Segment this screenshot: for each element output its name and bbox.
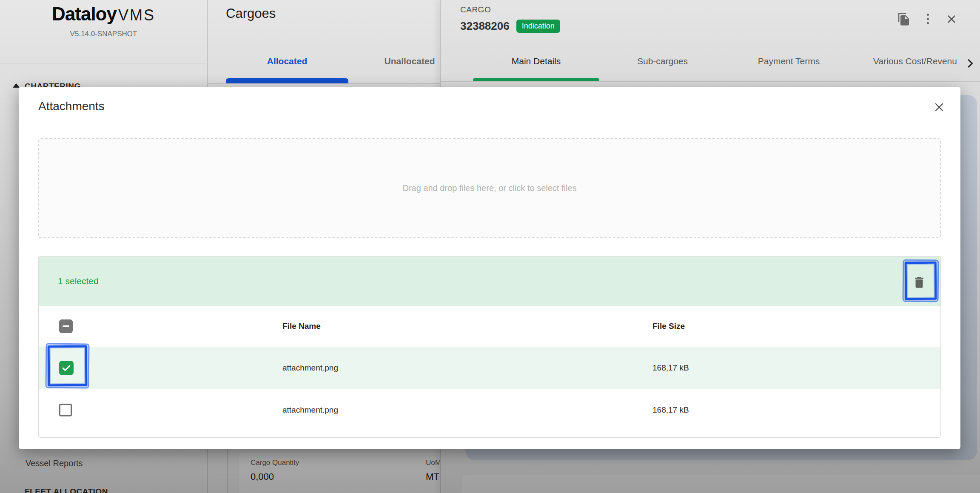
delete-selected-attachments-button[interactable] (911, 274, 928, 291)
close-modal-icon[interactable] (932, 100, 946, 116)
column-header-file-name: File Name (282, 322, 652, 331)
file-dropzone[interactable]: Drag and drop files here, or click to se… (38, 138, 941, 238)
file-size-cell: 168,17 kB (652, 363, 940, 373)
row-2-checkbox[interactable] (59, 404, 72, 416)
attachments-modal: Attachments Drag and drop files here, or… (19, 87, 960, 449)
table-row[interactable]: attachment.png 168,17 kB (39, 389, 940, 430)
select-all-checkbox[interactable] (59, 319, 73, 333)
file-size-cell: 168,17 kB (652, 405, 940, 415)
attachments-table-container: 1 selected File Name File Size atta (38, 256, 941, 438)
app-root: DataloyVMS V5.14.0-SNAPSHOT CHARTERING V… (0, 0, 980, 493)
column-header-file-size: File Size (652, 322, 940, 331)
dropzone-text: Drag and drop files here, or click to se… (402, 183, 576, 193)
file-name-cell: attachment.png (282, 363, 652, 373)
trash-icon (912, 275, 926, 290)
selection-count: 1 selected (58, 256, 99, 306)
file-name-cell: attachment.png (282, 405, 652, 415)
selection-bar: 1 selected (39, 256, 940, 306)
table-row[interactable]: attachment.png 168,17 kB (39, 347, 940, 389)
modal-title: Attachments (38, 100, 105, 113)
table-header-row: File Name File Size (39, 306, 940, 347)
row-1-checkbox[interactable] (59, 361, 74, 375)
